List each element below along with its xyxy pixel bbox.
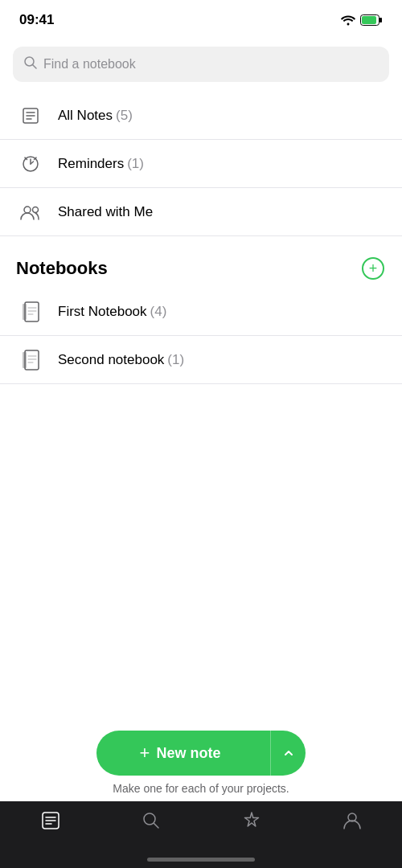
new-note-hint: Make one for each of your projects. bbox=[113, 782, 289, 795]
status-icons bbox=[341, 14, 383, 26]
svg-rect-1 bbox=[379, 18, 382, 23]
first-notebook-count: (4) bbox=[150, 304, 167, 320]
svg-rect-21 bbox=[25, 350, 39, 370]
new-note-btn-left: + New note bbox=[96, 743, 264, 764]
nav-item-all-notes[interactable]: All Notes (5) bbox=[0, 92, 402, 140]
new-note-plus-icon: + bbox=[140, 743, 150, 764]
wifi-icon bbox=[341, 14, 355, 26]
search-placeholder: Find a notebook bbox=[43, 57, 136, 72]
tab-notes-icon bbox=[39, 809, 62, 832]
reminders-count: (1) bbox=[127, 156, 144, 172]
first-notebook-label: First Notebook bbox=[58, 304, 147, 320]
all-notes-label: All Notes bbox=[58, 108, 113, 124]
nav-item-shared-with-me[interactable]: Shared with Me bbox=[0, 188, 402, 236]
all-notes-count: (5) bbox=[116, 108, 133, 124]
svg-line-4 bbox=[33, 65, 37, 69]
svg-rect-17 bbox=[23, 304, 27, 320]
tab-account-icon bbox=[341, 809, 363, 832]
svg-point-15 bbox=[33, 207, 39, 212]
svg-line-31 bbox=[154, 824, 158, 829]
battery-icon bbox=[360, 14, 383, 26]
new-note-chevron-icon[interactable] bbox=[270, 731, 306, 776]
add-notebook-button[interactable]: + bbox=[360, 256, 386, 281]
new-note-area: + New note Make one for each of your pro… bbox=[0, 718, 402, 801]
tab-shortcuts-icon bbox=[240, 809, 263, 832]
tab-shortcuts[interactable] bbox=[201, 809, 302, 832]
shared-with-me-label: Shared with Me bbox=[58, 204, 153, 220]
notebook-item-second[interactable]: Second notebook (1) bbox=[0, 336, 402, 384]
second-notebook-count: (1) bbox=[167, 352, 184, 368]
nav-item-reminders[interactable]: Reminders (1) bbox=[0, 140, 402, 188]
notebook-icon-second bbox=[16, 346, 45, 375]
add-circle-icon: + bbox=[362, 257, 384, 280]
notebook-item-first[interactable]: First Notebook (4) bbox=[0, 288, 402, 336]
svg-rect-2 bbox=[362, 16, 376, 24]
svg-point-30 bbox=[144, 813, 155, 825]
notebook-icon-first bbox=[16, 297, 45, 326]
new-note-button[interactable]: + New note bbox=[96, 731, 306, 776]
search-icon bbox=[24, 56, 37, 72]
status-bar: 09:41 bbox=[0, 0, 402, 40]
new-note-label: New note bbox=[156, 745, 220, 762]
bottom-area: + New note Make one for each of your pro… bbox=[0, 718, 402, 868]
svg-rect-22 bbox=[23, 352, 27, 368]
tab-search[interactable] bbox=[100, 809, 201, 832]
second-notebook-label: Second notebook bbox=[58, 352, 164, 368]
nav-list: All Notes (5) Reminders (1) Shared bbox=[0, 92, 402, 236]
svg-rect-16 bbox=[25, 302, 39, 321]
search-container: Find a notebook bbox=[0, 40, 402, 92]
all-notes-icon bbox=[16, 101, 45, 130]
shared-with-me-icon bbox=[16, 198, 45, 227]
notebooks-section-header: Notebooks + bbox=[0, 236, 402, 288]
notebooks-title: Notebooks bbox=[16, 258, 108, 279]
tab-notes[interactable] bbox=[0, 809, 100, 832]
home-indicator bbox=[147, 858, 255, 862]
reminders-label: Reminders bbox=[58, 156, 124, 172]
reminders-icon bbox=[16, 149, 45, 178]
search-bar[interactable]: Find a notebook bbox=[13, 47, 389, 82]
svg-point-14 bbox=[24, 207, 31, 213]
notebooks-list: First Notebook (4) Second notebook (1) bbox=[0, 288, 402, 384]
tab-search-icon bbox=[140, 809, 162, 832]
tab-account[interactable] bbox=[302, 809, 402, 832]
status-time: 09:41 bbox=[19, 12, 54, 28]
